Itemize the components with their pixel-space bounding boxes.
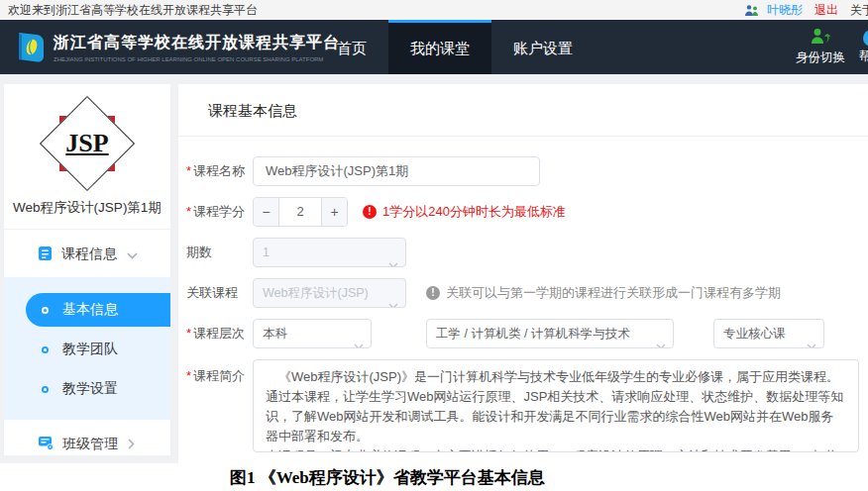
course-form: *课程名称 *课程学分 − 2 + ! 1学分以240分钟时长为最低标准: [178, 137, 868, 452]
nav-items: 首页 我的课堂 账户设置: [315, 20, 595, 74]
discipline-select[interactable]: 工学 / 计算机类 / 计算机科学与技术: [426, 319, 674, 348]
related-course-label: 关联课程: [186, 284, 253, 302]
card-title: 课程基本信息: [178, 84, 868, 137]
course-basic-info-card: 课程基本信息 *课程名称 *课程学分 − 2 + ! 1学分以240分钟时长为: [178, 84, 868, 463]
course-title: Web程序设计(JSP)第1期: [4, 199, 170, 230]
course-intro-row: *课程简介 《Web程序设计(JSP)》是一门计算机科学与技术专业低年级学生的专…: [186, 359, 868, 452]
required-asterisk: *: [186, 326, 191, 341]
chevron-down-icon: [388, 291, 398, 308]
required-asterisk: *: [186, 368, 191, 383]
bullet-icon: [42, 346, 49, 353]
sidebar-subitem-label: 基本信息: [62, 301, 118, 319]
topbar-right: 叶晓彤 退出 关于: [744, 0, 868, 20]
course-type-select[interactable]: 专业核心课: [713, 319, 824, 348]
course-info-icon: [38, 246, 53, 264]
username-link[interactable]: 叶晓彤: [767, 2, 803, 19]
course-level-label: *课程层次: [186, 325, 253, 343]
related-course-row: 关联课程 Web程序设计(JSP) ! 关联可以与第一学期的课程进行关联形成一门…: [186, 278, 868, 308]
sidebar-item-course-info[interactable]: 课程信息: [4, 238, 170, 271]
chevron-down-icon: [656, 332, 666, 348]
identity-switch-label: 身份切换: [796, 49, 845, 66]
sidebar-subitem-label: 教学设置: [62, 380, 118, 398]
brand-subtitle: ZHEJIANG INSTITUTIONS OF HIGHER LEARNING…: [54, 55, 323, 61]
credits-label: *课程学分: [186, 203, 253, 221]
welcome-bar: 欢迎来到浙江省高等学校在线开放课程共享平台 叶晓彤 退出 关于: [0, 0, 868, 20]
main-navbar: 浙江省高等学校在线开放课程共享平台 ZHEJIANG INSTITUTIONS …: [0, 20, 868, 74]
user-group-icon: [744, 4, 759, 17]
chevron-down-icon: [354, 332, 364, 348]
class-manage-icon: [38, 436, 54, 453]
brand-text: 浙江省高等学校在线开放课程共享平台 ZHEJIANG INSTITUTIONS …: [54, 33, 347, 62]
course-intro-label: *课程简介: [186, 359, 253, 385]
nav-right: 身份切换 ? 帮助: [796, 20, 868, 74]
credits-row: *课程学分 − 2 + ! 1学分以240分钟时长为最低标准: [186, 197, 868, 227]
related-course-hint: ! 关联可以与第一学期的课程进行关联形成一门课程有多学期: [426, 284, 781, 302]
sidebar-item-basic-info[interactable]: 基本信息: [26, 293, 170, 327]
brand-title: 浙江省高等学校在线开放课程共享平台: [54, 33, 347, 53]
sidebar-item-teaching-settings[interactable]: 教学设置: [4, 372, 170, 406]
required-asterisk: *: [186, 163, 191, 178]
course-logo: JSP: [38, 94, 137, 193]
level-select-value: 本科: [263, 327, 287, 341]
page: 欢迎来到浙江省高等学校在线开放课程共享平台 叶晓彤 退出 关于 浙江省高等学校在…: [0, 0, 868, 491]
welcome-text: 欢迎来到浙江省高等学校在线开放课程共享平台: [8, 2, 258, 19]
warning-text: 1学分以240分钟时长为最低标准: [382, 203, 566, 221]
chevron-down-icon: [127, 246, 138, 262]
nav-my-classroom[interactable]: 我的课堂: [388, 20, 491, 74]
nav-home[interactable]: 首页: [315, 20, 388, 74]
term-select[interactable]: 1: [253, 238, 406, 267]
course-sidebar: JSP Web程序设计(JSP)第1期 课程信息 基本信息: [4, 84, 170, 455]
credits-value[interactable]: 2: [279, 198, 321, 226]
sidebar-item-label: 课程信息: [61, 246, 117, 263]
level-select[interactable]: 本科: [253, 319, 372, 348]
help-button[interactable]: ? 帮助: [859, 20, 868, 74]
term-select-value: 1: [263, 246, 270, 259]
hint-text: 关联可以与第一学期的课程进行关联形成一门课程有多学期: [446, 284, 781, 302]
logo-jsp-text: JSP: [38, 94, 137, 193]
term-row: 期数 1: [186, 238, 868, 267]
content-area: JSP Web程序设计(JSP)第1期 课程信息 基本信息: [0, 74, 868, 463]
chevron-down-icon: [807, 332, 816, 348]
warning-icon: !: [363, 205, 377, 219]
info-icon: !: [426, 286, 440, 300]
bullet-icon: [42, 386, 49, 393]
identity-switch-icon: [810, 28, 831, 48]
brand[interactable]: 浙江省高等学校在线开放课程共享平台 ZHEJIANG INSTITUTIONS …: [0, 20, 287, 74]
course-name-row: *课程名称: [186, 156, 868, 186]
course-name-input[interactable]: [253, 156, 540, 186]
chevron-right-icon: [128, 437, 135, 452]
sidebar-item-teaching-team[interactable]: 教学团队: [4, 333, 170, 366]
course-level-row: *课程层次 本科 工学 / 计算机类 / 计算机科学与技术 专业核心课: [186, 319, 868, 348]
sidebar-item-label: 班级管理: [62, 436, 118, 453]
credits-warning: ! 1学分以240分钟时长为最低标准: [363, 203, 566, 221]
chevron-down-icon: [388, 250, 398, 267]
decrease-button[interactable]: −: [254, 198, 279, 226]
course-info-submenu: 基本信息 教学团队 教学设置: [4, 277, 170, 420]
figure-caption: 图1 《Web程序设计》省教学平台基本信息: [0, 466, 545, 489]
required-asterisk: *: [186, 204, 191, 219]
course-name-label: *课程名称: [186, 162, 253, 180]
bullet-icon: [42, 307, 49, 314]
brand-logo-icon: [14, 31, 46, 64]
course-type-select-value: 专业核心课: [723, 327, 786, 341]
nav-account-settings[interactable]: 账户设置: [491, 20, 595, 74]
increase-button[interactable]: +: [321, 198, 347, 226]
sidebar-subitem-label: 教学团队: [62, 341, 118, 358]
identity-switch-button[interactable]: 身份切换: [796, 20, 845, 74]
course-intro-textarea[interactable]: 《Web程序设计(JSP)》是一门计算机科学与技术专业低年级学生的专业必修课，属…: [253, 359, 859, 452]
related-course-value: Web程序设计(JSP): [263, 286, 369, 300]
sidebar-item-class-management[interactable]: 班级管理: [4, 428, 170, 455]
related-course-select[interactable]: Web程序设计(JSP): [253, 278, 406, 308]
help-icon: ?: [863, 30, 868, 47]
help-label: 帮助: [859, 49, 868, 65]
credits-stepper: − 2 +: [253, 197, 348, 227]
caption-bar: 图1 《Web程序设计》省教学平台基本信息: [0, 463, 868, 491]
about-link[interactable]: 关于: [850, 2, 868, 19]
term-label: 期数: [186, 244, 253, 261]
logout-link[interactable]: 退出: [814, 2, 838, 19]
discipline-select-value: 工学 / 计算机类 / 计算机科学与技术: [436, 327, 630, 341]
